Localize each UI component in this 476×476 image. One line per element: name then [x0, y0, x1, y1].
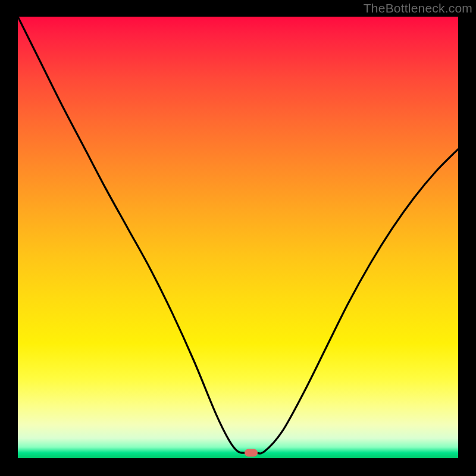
curve-layer — [18, 17, 458, 458]
plot-area — [18, 17, 458, 458]
optimal-point-marker — [245, 449, 258, 457]
bottleneck-curve — [18, 17, 458, 453]
watermark-text: TheBottleneck.com — [364, 1, 472, 15]
chart-frame: TheBottleneck.com — [0, 0, 476, 476]
